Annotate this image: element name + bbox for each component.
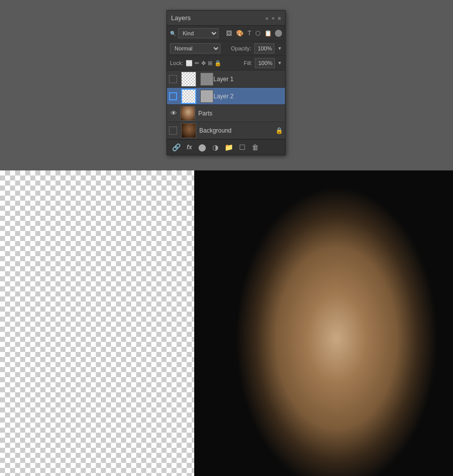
- background-thumb-content: [182, 124, 196, 138]
- kind-dropdown[interactable]: Kind: [178, 28, 218, 38]
- lock-position-btn[interactable]: ✥: [201, 60, 206, 67]
- layer1-thumbnail: [181, 72, 196, 87]
- lock-label: Lock:: [170, 60, 183, 66]
- link-button[interactable]: 🔗: [171, 142, 182, 152]
- parts-name: Parts: [198, 110, 283, 117]
- delete-layer-button[interactable]: 🗑: [251, 142, 260, 152]
- panel-header-icons: « × ≡: [265, 15, 281, 21]
- layer2-checkbox[interactable]: [169, 92, 177, 100]
- lock-all-btn[interactable]: 🔒: [214, 60, 221, 67]
- mask-button[interactable]: ◑: [211, 142, 219, 152]
- close-icon[interactable]: ×: [271, 15, 274, 21]
- background-name: Background: [199, 127, 275, 134]
- fill-input[interactable]: [255, 58, 275, 68]
- collapse-icon[interactable]: «: [265, 15, 268, 21]
- lock-transparent-btn[interactable]: ⬜: [186, 60, 193, 67]
- layer2-name: Layer 2: [213, 93, 283, 100]
- text-filter-icon[interactable]: T: [247, 29, 252, 37]
- opacity-label: Opacity:: [231, 45, 251, 51]
- adjustment-filter-icon[interactable]: 🎨: [235, 29, 245, 37]
- panel-header: Layers « × ≡: [167, 11, 285, 26]
- opacity-input[interactable]: [254, 43, 274, 53]
- shape-filter-icon[interactable]: ⬡: [254, 29, 261, 37]
- layer2-thumb-content: [182, 90, 195, 103]
- filter-toggle-btn[interactable]: [275, 30, 282, 37]
- background-lock-icon: 🔒: [275, 127, 283, 134]
- lock-icons: ⬜ ✏ ✥ ⊞ 🔒: [186, 60, 221, 67]
- layer2-thumbnail: [181, 89, 196, 104]
- layer-row[interactable]: Background 🔒: [167, 122, 285, 139]
- opacity-dropdown-arrow[interactable]: ▼: [277, 46, 282, 51]
- blend-mode-row: Normal Multiply Screen Overlay Opacity: …: [167, 41, 285, 56]
- blend-mode-dropdown[interactable]: Normal Multiply Screen Overlay: [170, 43, 220, 53]
- photo-canvas-area: [194, 170, 453, 476]
- menu-icon[interactable]: ≡: [278, 15, 281, 21]
- image-filter-icon[interactable]: 🖼: [225, 29, 233, 37]
- layers-panel: Layers « × ≡ 🔍 Kind 🖼 🎨 T ⬡ 📋 Normal Mul…: [166, 10, 286, 155]
- layers-list: Layer 1 Layer 2 👁 Parts Background: [167, 71, 285, 139]
- transparent-canvas-area: [0, 170, 194, 476]
- filter-row: 🔍 Kind 🖼 🎨 T ⬡ 📋: [167, 26, 285, 41]
- lock-row: Lock: ⬜ ✏ ✥ ⊞ 🔒 Fill: ▼: [167, 56, 285, 71]
- layer-row[interactable]: Layer 1: [167, 71, 285, 88]
- background-thumbnail: [181, 123, 196, 138]
- layer1-checkbox[interactable]: [169, 75, 177, 83]
- background-checkbox[interactable]: [169, 127, 177, 135]
- layer-row[interactable]: 👁 Parts: [167, 105, 285, 122]
- parts-visibility-eye[interactable]: 👁: [169, 109, 178, 117]
- adjustment-button[interactable]: ⬤: [197, 142, 207, 152]
- portrait-image: [194, 170, 453, 476]
- smart-filter-icon[interactable]: 📋: [263, 29, 273, 37]
- folder-button[interactable]: 📁: [223, 142, 234, 152]
- layer-row[interactable]: Layer 2: [167, 88, 285, 105]
- fill-dropdown-arrow[interactable]: ▼: [277, 61, 282, 66]
- bottom-toolbar: 🔗 fx ⬤ ◑ 📁 ☐ 🗑: [167, 139, 285, 155]
- layer1-mask-thumb: [200, 73, 213, 86]
- lock-artboard-btn[interactable]: ⊞: [208, 60, 212, 67]
- parts-thumbnail: [180, 106, 195, 121]
- fx-button[interactable]: fx: [186, 143, 193, 152]
- panel-title: Layers: [171, 14, 191, 22]
- filter-icons: 🖼 🎨 T ⬡ 📋: [225, 29, 282, 37]
- fill-label: Fill:: [244, 60, 252, 66]
- new-layer-button[interactable]: ☐: [238, 142, 247, 152]
- parts-thumb-content: [181, 106, 195, 121]
- layer1-thumb-content: [182, 72, 196, 86]
- layer1-name: Layer 1: [213, 76, 283, 83]
- layer2-mask-thumb: [200, 90, 213, 103]
- search-icon: 🔍: [170, 31, 176, 36]
- lock-image-btn[interactable]: ✏: [195, 60, 199, 67]
